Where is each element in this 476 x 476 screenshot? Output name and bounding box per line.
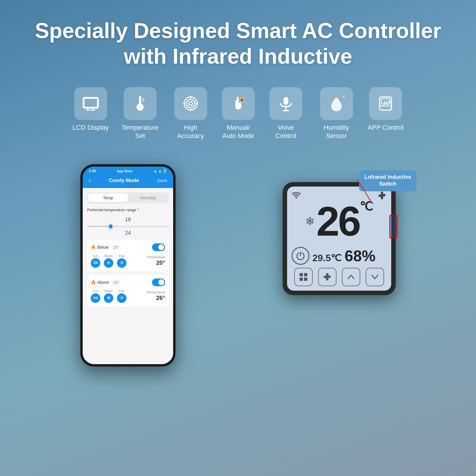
svg-point-12 xyxy=(189,102,192,105)
slider-fill xyxy=(87,226,108,227)
phone-screen: 1:45 App Store ▲ ▲ 🔋 ‹ Comfy Mode Save T… xyxy=(83,167,173,364)
below-fan-btn[interactable]: ✳ xyxy=(117,258,126,268)
above-mode-label: Mode xyxy=(104,289,113,293)
main-title: Specially Designed Smart AC Controller w… xyxy=(30,18,446,69)
above-mode-btn[interactable]: ❄ xyxy=(104,293,113,303)
high-accuracy-label: High Accuracy xyxy=(171,123,210,140)
app-control-icon: APP xyxy=(369,87,402,120)
below-mode-btn[interactable]: ☀ xyxy=(104,258,113,268)
temp-high-value: 24 xyxy=(87,230,169,236)
spacer xyxy=(199,158,259,188)
header: Specially Designed Smart AC Controller w… xyxy=(0,0,476,81)
condition-header-above: 🔥 Above 24° xyxy=(91,278,165,286)
slider-container[interactable] xyxy=(87,226,169,227)
fan-button[interactable] xyxy=(318,268,336,286)
above-set-temp: 26° xyxy=(156,295,165,301)
slider-track xyxy=(87,226,169,227)
tab-bar: Temp Humidity xyxy=(87,192,169,203)
app-control-label: APP Control xyxy=(368,123,404,132)
menu-button[interactable] xyxy=(294,268,313,286)
signal-icons: ▲ ▲ 🔋 xyxy=(154,169,167,173)
below-on-btn[interactable]: ON xyxy=(91,258,100,268)
svg-point-7 xyxy=(138,105,142,109)
save-button[interactable]: Save xyxy=(157,178,167,183)
temperature-set-label: Temperature Set xyxy=(121,123,159,140)
on-label: ON xyxy=(93,261,98,264)
above-temperature-label: Temperature xyxy=(147,290,165,294)
above-fan-group: Fan ✳ xyxy=(117,289,126,303)
above-fan-btn[interactable]: ✳ xyxy=(117,293,126,303)
humidity-sensor-label: Humidity Sensor xyxy=(317,123,356,140)
below-title: 🔥 Below 18° xyxy=(91,245,119,250)
manual-auto-label: Manual/Auto Mode xyxy=(223,123,254,140)
above-on-btn[interactable]: ON xyxy=(91,293,100,303)
svg-point-11 xyxy=(187,99,195,108)
below-condition-block: 🔥 Below 18° Turn ON xyxy=(87,240,169,271)
svg-text:°: ° xyxy=(342,95,345,102)
feature-voice-control: Voive Control xyxy=(267,87,305,140)
voice-control-label: Voive Control xyxy=(267,123,305,140)
svg-rect-32 xyxy=(300,278,303,281)
above-toggle[interactable] xyxy=(152,278,165,286)
svg-line-26 xyxy=(357,179,372,203)
below-mode-group: Mode ☀ xyxy=(104,254,113,268)
carrier-display: App Store xyxy=(117,169,133,173)
feature-manual-auto: Manual/Auto Mode xyxy=(222,87,255,140)
down-button[interactable] xyxy=(366,268,384,286)
below-fan-group: Fan ✳ xyxy=(117,254,126,268)
status-bar: 1:45 App Store ▲ ▲ 🔋 xyxy=(83,167,173,174)
turn-label: Turn xyxy=(92,254,99,258)
phone-mockup: 1:45 App Store ▲ ▲ 🔋 ‹ Comfy Mode Save T… xyxy=(80,164,176,367)
nav-title: Comfy Mode xyxy=(109,178,139,184)
main-temp: 26 xyxy=(316,201,360,242)
title-line1: Specially Designed Smart AC Controller xyxy=(35,19,441,43)
above-turn-label: Turn xyxy=(92,289,99,293)
below-set-temp: 20° xyxy=(156,259,165,266)
svg-rect-0 xyxy=(83,98,98,108)
mode-label: Mode xyxy=(104,254,113,258)
temperature-label: Temperature xyxy=(147,255,165,259)
up-button[interactable] xyxy=(342,268,360,286)
back-button[interactable]: ‹ xyxy=(89,177,91,184)
ac-bottom-section: 29.5℃ 68% xyxy=(292,247,387,265)
section-title: Preferred temperature range ° xyxy=(87,208,169,212)
svg-rect-30 xyxy=(300,273,303,276)
feature-temperature-set: Temperature Set xyxy=(121,87,159,140)
voice-control-icon xyxy=(270,87,302,120)
lcd-display-label: LCD Display xyxy=(73,123,109,132)
above-turn-group: Turn ON xyxy=(91,289,100,303)
tab-humidity[interactable]: Humidity xyxy=(128,193,168,202)
snowflake-icon: ❄ xyxy=(305,215,315,228)
nav-bar: ‹ Comfy Mode Save xyxy=(83,174,173,188)
ac-buttons-row xyxy=(292,268,387,286)
sub-temps: 29.5℃ 68% xyxy=(312,247,375,265)
above-temp-group: Temperature 26° xyxy=(147,290,165,301)
above-condition-block: 🔥 Above 24° Turn ON xyxy=(87,275,169,306)
svg-rect-33 xyxy=(304,278,307,281)
feature-high-accuracy: High Accuracy xyxy=(171,87,210,140)
temp-low-value: 18 xyxy=(87,217,169,223)
annotation-line-svg xyxy=(357,179,411,227)
device-container: Lnfrared Inductive Switch xyxy=(283,182,396,295)
svg-rect-1 xyxy=(84,98,97,107)
above-temp: 24° xyxy=(113,280,120,285)
main-content: 1:45 App Store ▲ ▲ 🔋 ‹ Comfy Mode Save T… xyxy=(0,152,476,372)
below-toggle[interactable] xyxy=(152,243,165,251)
svg-point-27 xyxy=(296,197,297,198)
infrared-annotation: Lnfrared Inductive Switch xyxy=(359,170,416,191)
above-mode-group: Mode ❄ xyxy=(104,289,113,303)
temperature-set-icon xyxy=(124,87,156,120)
above-fan-label: Fan xyxy=(119,289,125,293)
tab-temp[interactable]: Temp xyxy=(88,193,128,202)
lcd-display-icon xyxy=(74,87,107,120)
power-button[interactable] xyxy=(292,247,309,265)
below-turn-group: Turn ON xyxy=(91,254,100,268)
below-temp: 18° xyxy=(113,245,119,250)
condition-header-below: 🔥 Below 18° xyxy=(91,243,165,251)
features-row: LCD Display Temperature Set xyxy=(0,81,476,146)
manual-auto-icon xyxy=(222,87,255,120)
slider-thumb[interactable] xyxy=(108,223,114,229)
feature-app-control: APP APP Control xyxy=(368,87,404,140)
svg-rect-31 xyxy=(304,273,307,276)
below-temp-group: Temperature 20° xyxy=(147,255,165,266)
